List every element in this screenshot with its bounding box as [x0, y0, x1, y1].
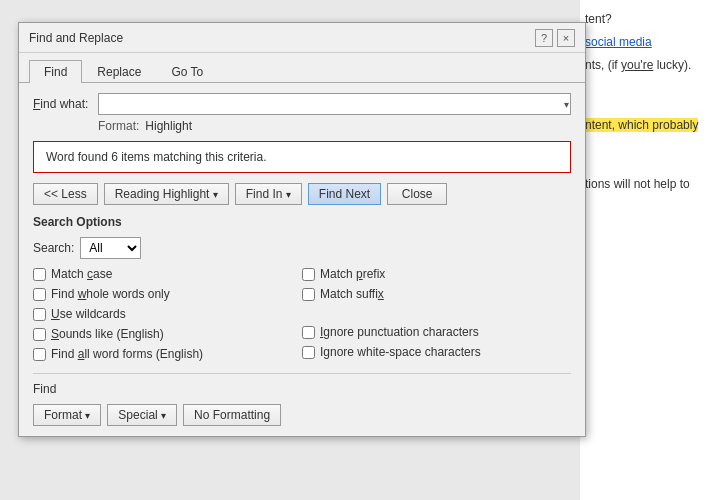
tab-replace[interactable]: Replace — [82, 60, 156, 83]
document-area: tent? social media nts, (if you're lucky… — [580, 0, 720, 500]
format-button[interactable]: Format — [33, 404, 101, 426]
find-next-button[interactable]: Find Next — [308, 183, 381, 205]
checkbox-match-prefix: Match prefix — [302, 267, 571, 281]
checkbox-wildcards: Use wildcards — [33, 307, 302, 321]
special-button[interactable]: Special — [107, 404, 177, 426]
ignore-punctuation-checkbox[interactable] — [302, 326, 315, 339]
whole-words-checkbox[interactable] — [33, 288, 46, 301]
match-case-label[interactable]: Match case — [51, 267, 112, 281]
checkboxes-right-col: Match prefix Match suffix Ignore punctua… — [302, 267, 571, 361]
checkbox-whole-words: Find whole words only — [33, 287, 302, 301]
format-value: Highlight — [145, 119, 192, 133]
ignore-whitespace-label[interactable]: Ignore white-space characters — [320, 345, 481, 359]
checkbox-ignore-whitespace: Ignore white-space characters — [302, 345, 571, 359]
no-formatting-button[interactable]: No Formatting — [183, 404, 281, 426]
help-button[interactable]: ? — [535, 29, 553, 47]
find-input-wrapper: ▾ — [98, 93, 571, 115]
find-what-input[interactable] — [98, 93, 571, 115]
tab-find[interactable]: Find — [29, 60, 82, 83]
dialog-body: Find what: ▾ Format: Highlight Word foun… — [19, 83, 585, 436]
format-row: Format: Highlight — [98, 119, 571, 133]
match-suffix-label[interactable]: Match suffix — [320, 287, 384, 301]
find-what-row: Find what: ▾ — [33, 93, 571, 115]
checkbox-match-suffix: Match suffix — [302, 287, 571, 301]
dialog-titlebar: Find and Replace ? × — [19, 23, 585, 53]
close-dialog-button[interactable]: Close — [387, 183, 447, 205]
dialog-controls: ? × — [535, 29, 575, 47]
search-select[interactable]: All Up Down — [80, 237, 141, 259]
doc-line-1: tent? — [585, 10, 715, 29]
doc-line-4: ntent, which probably — [585, 116, 715, 135]
close-button[interactable]: × — [557, 29, 575, 47]
reading-highlight-button[interactable]: Reading Highlight — [104, 183, 229, 205]
word-forms-label[interactable]: Find all word forms (English) — [51, 347, 203, 361]
match-prefix-label[interactable]: Match prefix — [320, 267, 385, 281]
status-message-box: Word found 6 items matching this criteri… — [33, 141, 571, 173]
find-in-button[interactable]: Find In — [235, 183, 302, 205]
tab-goto[interactable]: Go To — [156, 60, 218, 83]
format-label: Format: — [98, 119, 139, 133]
doc-line-5: tions will not help to — [585, 175, 715, 194]
checkbox-word-forms: Find all word forms (English) — [33, 347, 302, 361]
checkbox-match-case: Match case — [33, 267, 302, 281]
match-prefix-checkbox[interactable] — [302, 268, 315, 281]
find-replace-dialog: Find and Replace ? × Find Replace Go To … — [18, 22, 586, 437]
doc-line-3: nts, (if you're lucky). — [585, 56, 715, 75]
tab-bar: Find Replace Go To — [19, 53, 585, 83]
checkboxes-left-col: Match case Find whole words only Use wil… — [33, 267, 302, 361]
dialog-title: Find and Replace — [29, 31, 123, 45]
word-forms-checkbox[interactable] — [33, 348, 46, 361]
bottom-button-row: Format Special No Formatting — [33, 404, 571, 426]
less-button[interactable]: << Less — [33, 183, 98, 205]
search-dropdown-row: Search: All Up Down — [33, 237, 571, 259]
search-label: Search: — [33, 241, 74, 255]
wildcards-checkbox[interactable] — [33, 308, 46, 321]
whole-words-label[interactable]: Find whole words only — [51, 287, 170, 301]
sounds-like-checkbox[interactable] — [33, 328, 46, 341]
find-section-label: Find — [33, 382, 571, 396]
wildcards-label[interactable]: Use wildcards — [51, 307, 126, 321]
sounds-like-label[interactable]: Sounds like (English) — [51, 327, 164, 341]
checkbox-ignore-punctuation: Ignore punctuation characters — [302, 325, 571, 339]
status-message-text: Word found 6 items matching this criteri… — [46, 150, 267, 164]
divider — [33, 373, 571, 374]
ignore-punctuation-label[interactable]: Ignore punctuation characters — [320, 325, 479, 339]
match-case-checkbox[interactable] — [33, 268, 46, 281]
match-suffix-checkbox[interactable] — [302, 288, 315, 301]
ignore-whitespace-checkbox[interactable] — [302, 346, 315, 359]
checkboxes-wrapper: Match case Find whole words only Use wil… — [33, 267, 571, 361]
checkbox-sounds-like: Sounds like (English) — [33, 327, 302, 341]
search-options-label: Search Options — [33, 215, 571, 229]
find-what-label: Find what: — [33, 97, 98, 111]
doc-line-2: social media — [585, 33, 715, 52]
find-input-dropdown-arrow[interactable]: ▾ — [564, 99, 569, 110]
action-button-row: << Less Reading Highlight Find In Find N… — [33, 183, 571, 205]
